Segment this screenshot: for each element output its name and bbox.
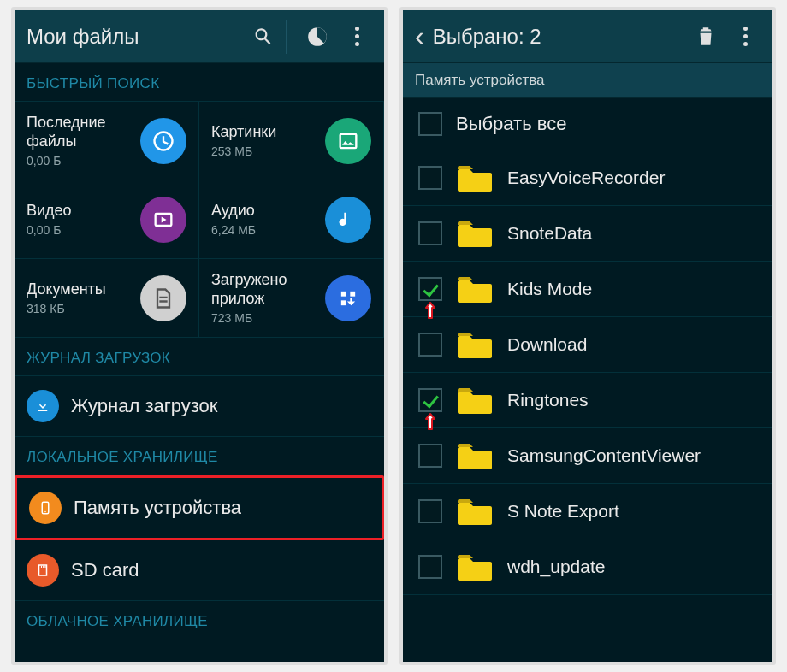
- section-cloud-storage: ОБЛАЧНОЕ ХРАНИЛИЩЕ: [15, 601, 384, 639]
- folder-icon: [456, 162, 494, 193]
- folder-list: EasyVoiceRecorderSnoteDataKids ModeDownl…: [403, 150, 772, 595]
- quick-recent-files[interactable]: Последние файлы 0,00 Б: [15, 102, 199, 180]
- folder-row[interactable]: Ringtones: [403, 373, 772, 428]
- quick-size: 0,00 Б: [27, 154, 135, 168]
- download-icon: [27, 390, 59, 422]
- folder-icon: [456, 440, 494, 471]
- quick-size: 0,00 Б: [27, 223, 135, 237]
- select-all-row[interactable]: Выбрать все: [403, 98, 772, 150]
- folder-name: wdh_update: [507, 557, 605, 577]
- selection-count: Выбрано: 2: [433, 25, 682, 49]
- folder-row[interactable]: Kids Mode: [403, 262, 772, 317]
- folder-icon: [456, 274, 494, 304]
- clock-icon: [140, 118, 186, 164]
- folder-name: S Note Export: [507, 501, 619, 522]
- delete-icon[interactable]: [690, 21, 721, 52]
- device-memory-label: Память устройства: [74, 497, 241, 519]
- select-all-checkbox[interactable]: [418, 112, 442, 136]
- phone-right: ‹ Выбрано: 2 Память устройства Выбрать в…: [399, 7, 776, 665]
- folder-row[interactable]: S Note Export: [403, 484, 772, 539]
- download-log-label: Журнал загрузок: [71, 395, 217, 417]
- folder-checkbox[interactable]: [418, 166, 442, 190]
- sd-card-label: SD card: [71, 559, 139, 581]
- svg-rect-4: [341, 291, 346, 296]
- quick-downloaded-apps[interactable]: Загружено прилож 723 МБ: [199, 259, 384, 338]
- quick-audio[interactable]: Аудио 6,24 МБ: [199, 180, 384, 259]
- folder-checkbox[interactable]: [418, 555, 442, 579]
- music-icon: [325, 197, 371, 243]
- quick-video[interactable]: Видео 0,00 Б: [15, 180, 199, 259]
- svg-rect-6: [341, 300, 346, 305]
- quick-title: Последние файлы: [27, 114, 135, 150]
- quick-size: 6,24 МБ: [211, 223, 320, 237]
- quick-title: Документы: [27, 280, 135, 299]
- folder-icon: [456, 496, 494, 527]
- section-local-storage: ЛОКАЛЬНОЕ ХРАНИЛИЩЕ: [15, 437, 384, 475]
- folder-icon: [456, 385, 494, 416]
- sd-card[interactable]: SD card: [15, 540, 384, 601]
- phone-left: Мои файлы БЫСТРЫЙ ПОИСК Последние файлы …: [11, 7, 388, 665]
- quick-title: Загружено прилож: [211, 271, 320, 308]
- apps-icon: [325, 275, 371, 321]
- quick-access-grid: Последние файлы 0,00 Б Картинки 253 МБ В…: [15, 102, 384, 338]
- folder-name: Download: [507, 334, 587, 355]
- folder-icon: [456, 329, 494, 360]
- header-divider: [286, 20, 287, 54]
- folder-row[interactable]: Download: [403, 317, 772, 373]
- app-title: Мои файлы: [27, 25, 240, 49]
- quick-documents[interactable]: Документы 318 КБ: [15, 259, 199, 338]
- folder-name: EasyVoiceRecorder: [507, 168, 665, 188]
- document-icon: [140, 275, 186, 321]
- folder-checkbox[interactable]: [418, 499, 442, 523]
- svg-rect-2: [340, 133, 357, 147]
- folder-checkbox[interactable]: [418, 221, 442, 245]
- menu-icon[interactable]: [730, 21, 760, 52]
- back-icon[interactable]: ‹: [415, 21, 424, 52]
- breadcrumb[interactable]: Память устройства: [403, 63, 772, 98]
- quick-title: Аудио: [211, 202, 320, 221]
- header: ‹ Выбрано: 2: [403, 10, 772, 63]
- folder-row[interactable]: SamsungContentViewer: [403, 428, 772, 484]
- phone-icon: [29, 492, 62, 524]
- svg-point-8: [44, 511, 46, 513]
- folder-row[interactable]: EasyVoiceRecorder: [403, 150, 772, 206]
- section-downloads: ЖУРНАЛ ЗАГРУЗОК: [15, 338, 384, 376]
- folder-icon: [456, 218, 494, 249]
- select-all-label: Выбрать все: [456, 113, 566, 135]
- folder-checkbox[interactable]: [418, 333, 442, 357]
- header: Мои файлы: [15, 10, 384, 63]
- search-icon[interactable]: [248, 21, 279, 52]
- svg-rect-5: [350, 291, 355, 296]
- image-icon: [325, 118, 371, 164]
- storage-pie-icon[interactable]: [302, 21, 333, 52]
- folder-row[interactable]: SnoteData: [403, 206, 772, 262]
- section-quick-search: БЫСТРЫЙ ПОИСК: [15, 63, 384, 102]
- sd-card-icon: [27, 554, 59, 587]
- folder-icon: [456, 551, 494, 582]
- menu-icon[interactable]: [341, 21, 372, 52]
- folder-name: SnoteData: [507, 223, 592, 244]
- download-log[interactable]: Журнал загрузок: [15, 376, 384, 437]
- folder-name: Kids Mode: [507, 279, 592, 299]
- quick-title: Видео: [27, 202, 135, 221]
- folder-row[interactable]: wdh_update: [403, 539, 772, 595]
- folder-name: SamsungContentViewer: [507, 445, 701, 466]
- folder-name: Ringtones: [507, 390, 589, 410]
- quick-size: 318 КБ: [27, 302, 135, 315]
- quick-images[interactable]: Картинки 253 МБ: [199, 102, 384, 180]
- folder-checkbox[interactable]: [418, 388, 442, 412]
- folder-checkbox[interactable]: [418, 277, 442, 301]
- video-icon: [140, 197, 186, 243]
- folder-checkbox[interactable]: [418, 444, 442, 468]
- quick-size: 253 МБ: [211, 144, 320, 158]
- quick-size: 723 МБ: [211, 311, 320, 325]
- quick-title: Картинки: [211, 123, 320, 142]
- device-memory[interactable]: Память устройства: [15, 475, 384, 540]
